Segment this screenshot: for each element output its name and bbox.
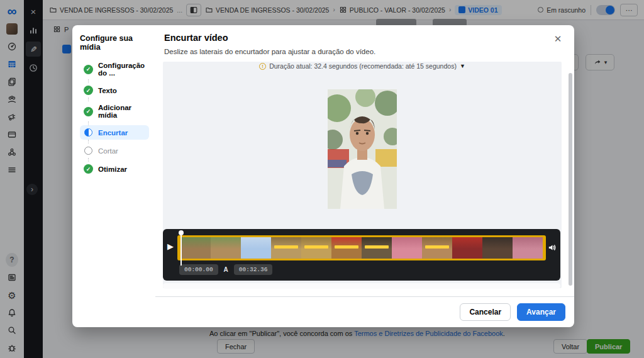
trim-time-row: 00:00.00 A 00:32.36: [179, 264, 272, 275]
duration-warning-text: Duração atual: 32.4 segundos (recomendad…: [269, 62, 457, 70]
filmstrip-thumbnail: [482, 237, 513, 259]
video-frame: [328, 89, 397, 209]
end-time-field[interactable]: 00:32.36: [234, 264, 273, 275]
video-editor-area: ! Duração atual: 32.4 segundos (recomend…: [163, 62, 562, 288]
step-label: Encurtar: [98, 129, 128, 137]
filmstrip-thumbnail: [362, 237, 392, 259]
step-label: Texto: [98, 87, 117, 94]
duration-warning: ! Duração atual: 32.4 segundos (recomend…: [163, 62, 562, 70]
vertical-scrollbar[interactable]: [569, 73, 572, 286]
filmstrip-thumbnail: [271, 237, 301, 259]
shorten-video-panel: Encurtar vídeo Deslize as laterais do en…: [155, 25, 574, 327]
video-timeline: ▶ 00:00.00 A 00:32.36: [163, 229, 560, 281]
step-label: Adicionar mídia: [98, 104, 145, 119]
step-adicionar-m-dia[interactable]: ✓Adicionar mídia: [80, 101, 149, 121]
step-label: Cortar: [98, 147, 118, 155]
filmstrip-thumbnail: [392, 237, 422, 259]
configure-media-modal: Configure sua mídia ✓Configuração do ...…: [72, 25, 574, 327]
steps-title: Configure sua mídia: [80, 34, 149, 52]
step-current-icon: [84, 128, 93, 137]
filmstrip-thumbnail: [301, 237, 331, 259]
filmstrip-thumbnail: [241, 237, 271, 259]
step-cortar[interactable]: Cortar: [80, 143, 149, 158]
filmstrip-thumbnail: [331, 237, 362, 259]
media-steps-panel: Configure sua mídia ✓Configuração do ...…: [72, 25, 155, 327]
warning-icon: !: [259, 63, 266, 70]
trim-handle-right[interactable]: [543, 235, 546, 260]
playhead[interactable]: [179, 230, 184, 266]
modal-footer: Cancelar Avançar: [155, 296, 574, 327]
step-configura-o-do[interactable]: ✓Configuração do ...: [80, 59, 149, 79]
step-done-icon: ✓: [84, 86, 93, 95]
start-time-field[interactable]: 00:00.00: [179, 264, 218, 275]
horizontal-scrollbar[interactable]: [163, 283, 560, 289]
close-modal-button[interactable]: ✕: [552, 33, 564, 45]
cancel-button[interactable]: Cancelar: [460, 303, 511, 321]
modal-header: Encurtar vídeo Deslize as laterais do en…: [155, 25, 574, 60]
step-texto[interactable]: ✓Texto: [80, 83, 149, 98]
modal-subtitle: Deslize as laterais do encurtador para a…: [164, 48, 562, 55]
step-done-icon: ✓: [84, 107, 93, 116]
filmstrip-thumbnail: [422, 237, 452, 259]
volume-icon[interactable]: [547, 243, 557, 252]
modal-title: Encurtar vídeo: [164, 33, 562, 43]
filmstrip: [180, 235, 543, 260]
video-preview: [328, 89, 397, 209]
step-todo-icon: [84, 146, 93, 155]
step-label: Configuração do ...: [98, 62, 145, 77]
step-done-icon: ✓: [84, 164, 93, 174]
step-done-icon: ✓: [84, 65, 93, 74]
step-label: Otimizar: [98, 165, 127, 173]
ads-manager-screen: ∞?⚙ ×✎ › VENDA DE INGRESSOS - 30/02/2025…: [0, 0, 644, 358]
step-encurtar[interactable]: Encurtar: [80, 125, 149, 140]
filmstrip-thumbnail: [513, 237, 543, 259]
step-otimizar[interactable]: ✓Otimizar: [80, 162, 149, 176]
play-button[interactable]: ▶: [167, 242, 174, 251]
filmstrip-thumbnail: [452, 237, 482, 259]
filmstrip-thumbnail: [180, 237, 211, 259]
filmstrip-thumbnail: [211, 237, 241, 259]
caret-down-icon: ▼: [460, 63, 465, 69]
next-button[interactable]: Avançar: [517, 303, 565, 321]
time-separator: A: [224, 266, 228, 273]
